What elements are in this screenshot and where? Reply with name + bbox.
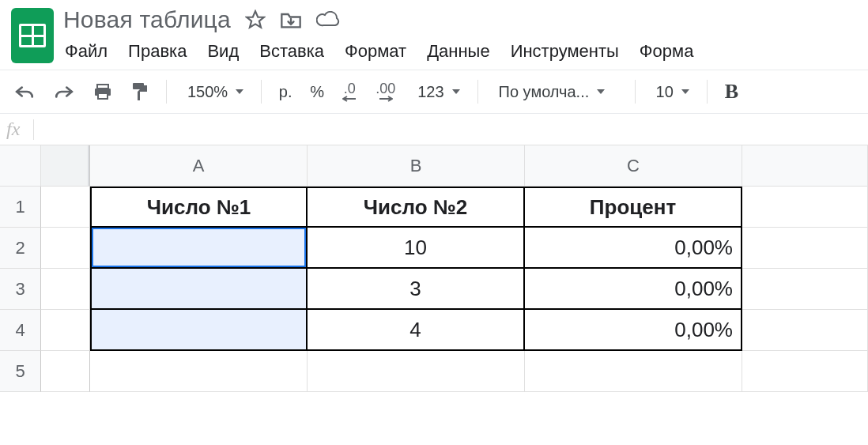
cell-C1[interactable]: Процент (525, 187, 742, 228)
cell-A2[interactable] (90, 228, 308, 269)
menu-edit[interactable]: Правка (128, 41, 187, 62)
caret-down-icon (452, 89, 460, 94)
cell-C3[interactable]: 0,00% (525, 269, 742, 310)
menu-form[interactable]: Форма (640, 41, 694, 62)
toolbar: 150% р. % .0 .00 123 По умолча... 10 B (0, 70, 868, 114)
font-size-dropdown[interactable]: 10 (647, 83, 696, 101)
cell-C5[interactable] (525, 351, 742, 392)
format-percent-button[interactable]: % (304, 83, 330, 101)
col-header-B[interactable]: B (308, 145, 525, 187)
caret-down-icon (681, 89, 689, 94)
cell-D2[interactable] (742, 228, 868, 269)
menu-insert[interactable]: Вставка (259, 41, 324, 62)
caret-down-icon (597, 89, 605, 94)
menu-format[interactable]: Формат (345, 41, 406, 62)
spreadsheet-grid[interactable]: A B C 1 Число №1 Число №2 Процент 2 10 0… (0, 145, 868, 392)
font-family-dropdown[interactable]: По умолча... (489, 83, 624, 101)
menu-view[interactable]: Вид (207, 41, 239, 62)
undo-button[interactable] (8, 79, 41, 104)
col-header-A[interactable]: A (90, 145, 308, 187)
formula-bar: fx (0, 114, 868, 145)
cell-D5[interactable] (742, 351, 868, 392)
cell-A3[interactable] (90, 269, 308, 310)
star-icon[interactable] (245, 9, 266, 30)
bold-button[interactable]: B (719, 75, 745, 108)
row-gutter (41, 187, 90, 228)
select-all-corner[interactable] (0, 145, 41, 187)
row-header-1[interactable]: 1 (0, 187, 41, 228)
row-gutter (41, 310, 90, 351)
cell-A4[interactable] (90, 310, 308, 351)
menu-file[interactable]: Файл (65, 41, 108, 62)
row-header-4[interactable]: 4 (0, 310, 41, 351)
cell-D4[interactable] (742, 310, 868, 351)
cell-B4[interactable]: 4 (308, 310, 525, 351)
cell-B5[interactable] (308, 351, 525, 392)
cell-C2[interactable]: 0,00% (525, 228, 742, 269)
increase-decimal-button[interactable]: .00 (369, 77, 402, 107)
cell-B1[interactable]: Число №2 (308, 187, 525, 228)
zoom-dropdown[interactable]: 150% (178, 83, 250, 101)
cell-D1[interactable] (742, 187, 868, 228)
svg-rect-3 (98, 93, 108, 99)
format-currency-button[interactable]: р. (273, 83, 298, 101)
doc-title[interactable]: Новая таблица (63, 6, 231, 33)
frozen-corner (41, 145, 90, 187)
more-formats-dropdown[interactable]: 123 (408, 83, 466, 101)
cell-A5[interactable] (90, 351, 308, 392)
move-to-folder-icon[interactable] (280, 10, 302, 29)
sheets-logo (11, 8, 54, 63)
svg-rect-1 (97, 85, 108, 89)
formula-input[interactable] (39, 114, 868, 145)
row-gutter (41, 269, 90, 310)
menu-data[interactable]: Данные (427, 41, 489, 62)
row-gutter (41, 228, 90, 269)
col-header-C[interactable]: C (525, 145, 742, 187)
caret-down-icon (236, 89, 243, 94)
redo-button[interactable] (47, 79, 81, 104)
menubar: Файл Правка Вид Вставка Формат Данные Ин… (63, 38, 693, 70)
cell-B3[interactable]: 3 (308, 269, 525, 310)
cloud-status-icon[interactable] (316, 11, 340, 28)
cell-D3[interactable] (742, 269, 868, 310)
paint-format-button[interactable] (125, 77, 155, 107)
decrease-decimal-button[interactable]: .0 (336, 77, 363, 107)
row-gutter (41, 351, 90, 392)
print-button[interactable] (87, 78, 119, 105)
fx-label: fx (6, 119, 28, 140)
zoom-value: 150% (184, 83, 231, 101)
cell-A1[interactable]: Число №1 (90, 187, 308, 228)
row-header-2[interactable]: 2 (0, 228, 41, 269)
cell-C4[interactable]: 0,00% (525, 310, 742, 351)
row-header-5[interactable]: 5 (0, 351, 41, 392)
col-header-empty[interactable] (742, 145, 868, 187)
svg-marker-0 (247, 11, 264, 28)
row-header-3[interactable]: 3 (0, 269, 41, 310)
menu-tools[interactable]: Инструменты (511, 41, 619, 62)
cell-B2[interactable]: 10 (308, 228, 525, 269)
